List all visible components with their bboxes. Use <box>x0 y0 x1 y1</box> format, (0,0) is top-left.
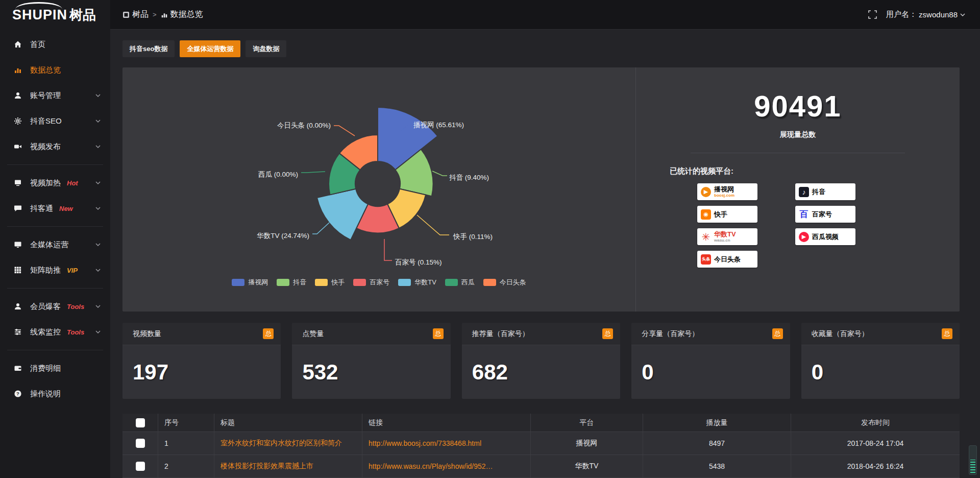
stat-card-value: 197 <box>133 360 168 385</box>
tab-douyin-seo-data[interactable]: 抖音seo数据 <box>122 40 175 57</box>
sidebar-item-线索监控[interactable]: 线索监控Tools <box>0 319 110 345</box>
pie-slice-华数TV[interactable] <box>317 189 368 240</box>
tab-inquiry-data[interactable]: 询盘数据 <box>246 40 286 57</box>
stat-card-推荐量（百家号）: 推荐量（百家号）总682 <box>462 323 620 399</box>
cell-views: 8497 <box>643 432 791 455</box>
user-menu[interactable]: 用户名： zswodun88 <box>886 10 966 19</box>
platform-badge-抖音[interactable]: ♪抖音 <box>795 183 855 200</box>
cell-platform: 华数TV <box>531 455 643 477</box>
platform-badge-播视网[interactable]: ▶播视网boosj.com <box>697 183 757 200</box>
stat-card-header: 视频数量总 <box>122 323 281 345</box>
pie-label-line-西瓜 <box>301 172 325 173</box>
sidebar-item-badge: Tools <box>67 303 84 310</box>
platform-badge-今日头条[interactable]: 头条今日头条 <box>697 251 757 268</box>
header-title: 标题 <box>214 414 362 432</box>
app-logo[interactable]: SHUPIN 树品 <box>0 0 110 30</box>
cell-index: 1 <box>158 432 214 455</box>
platform-badge-快手[interactable]: ◉快手 <box>697 206 757 223</box>
sidebar-item-抖音SEO[interactable]: 抖音SEO <box>0 108 110 134</box>
screen-icon <box>13 179 22 187</box>
legend-item-快手[interactable]: 快手 <box>315 278 345 287</box>
sidebar-item-视频发布[interactable]: 视频发布 <box>0 134 110 159</box>
header-platform: 平台 <box>531 414 643 432</box>
logo-text-en: SHUPIN <box>12 7 67 23</box>
home-icon <box>13 40 22 49</box>
platform-name: 华数TV <box>714 231 736 237</box>
row-checkbox-cell <box>122 455 158 477</box>
total-badge[interactable]: 总 <box>942 328 952 339</box>
header-index: 序号 <box>158 414 214 432</box>
sidebar-menu: 首页数据总览账号管理抖音SEO视频发布视频加热Hot抖客通New全媒体运营矩阵助… <box>0 30 110 407</box>
sidebar-item-label: 消费明细 <box>30 364 61 373</box>
sidebar-item-全媒体运营[interactable]: 全媒体运营 <box>0 232 110 257</box>
sidebar-item-label: 操作说明 <box>30 389 61 399</box>
legend-swatch <box>445 279 458 286</box>
legend-item-播视网[interactable]: 播视网 <box>232 278 268 287</box>
username-value: zswodun88 <box>919 10 958 19</box>
stat-card-title: 视频数量 <box>133 329 161 339</box>
sidebar-item-账号管理[interactable]: 账号管理 <box>0 83 110 108</box>
platform-badge-百家号[interactable]: 百百家号 <box>795 206 855 223</box>
total-badge[interactable]: 总 <box>263 328 274 339</box>
video-icon <box>13 142 22 151</box>
cell-title-link[interactable]: 室外水纹灯和室内水纹灯的区别和简介 <box>214 432 362 455</box>
sidebar-item-会员爆客[interactable]: 会员爆客Tools <box>0 294 110 319</box>
stat-card-body: 0 <box>801 345 960 399</box>
cell-title-link[interactable]: 楼体投影灯投影效果震撼上市 <box>214 455 362 477</box>
sidebar-item-操作说明[interactable]: ?操作说明 <box>0 381 110 407</box>
cell-url-link[interactable]: http://www.boosj.com/7338468.html <box>362 432 531 455</box>
breadcrumb-current[interactable]: 数据总览 <box>161 9 203 20</box>
platform-name: 今日头条 <box>714 256 741 262</box>
sidebar-item-矩阵助推[interactable]: 矩阵助推VIP <box>0 257 110 283</box>
data-tabs: 抖音seo数据 全媒体运营数据 询盘数据 <box>122 40 286 57</box>
chart-legend: 播视网抖音快手百家号华数TV西瓜今日头条 <box>122 278 635 287</box>
pie-label-快手: 快手 (0.11%) <box>453 233 493 241</box>
legend-label: 快手 <box>331 278 345 287</box>
sidebar-item-badge: VIP <box>67 267 78 274</box>
chevron-down-icon <box>95 205 101 211</box>
legend-item-华数TV[interactable]: 华数TV <box>398 278 436 287</box>
chevron-down-icon <box>95 267 101 273</box>
tab-omni-media-data[interactable]: 全媒体运营数据 <box>180 40 240 57</box>
sidebar-item-数据总览[interactable]: 数据总览 <box>0 57 110 83</box>
legend-item-百家号[interactable]: 百家号 <box>353 278 389 287</box>
sidebar-item-消费明细[interactable]: 消费明细 <box>0 355 110 381</box>
sidebar-item-抖客通[interactable]: 抖客通New <box>0 196 110 221</box>
row-checkbox[interactable] <box>136 462 145 471</box>
sidebar-divider <box>7 288 103 289</box>
cell-url-link[interactable]: http://www.wasu.cn/Play/show/id/952… <box>362 455 531 477</box>
stat-card-header: 点赞量总 <box>292 323 450 345</box>
edge-scroll-widget[interactable] <box>969 445 977 475</box>
legend-item-今日头条[interactable]: 今日头条 <box>483 278 526 287</box>
platform-badge-西瓜视频[interactable]: ▶西瓜视频 <box>795 228 855 245</box>
stat-card-title: 分享量（百家号） <box>642 329 699 339</box>
legend-item-西瓜[interactable]: 西瓜 <box>445 278 475 287</box>
sidebar-item-label: 矩阵助推 <box>30 266 61 275</box>
sidebar-item-label: 视频加热 <box>30 178 61 188</box>
member-icon <box>13 302 22 310</box>
cell-index: 2 <box>158 455 214 477</box>
stat-card-header: 推荐量（百家号）总 <box>462 323 620 345</box>
stat-card-分享量（百家号）: 分享量（百家号）总0 <box>631 323 790 399</box>
legend-swatch <box>398 279 411 286</box>
monitor-icon <box>13 241 22 249</box>
select-all-checkbox[interactable] <box>136 418 145 427</box>
total-impressions-value: 90491 <box>636 89 960 123</box>
row-checkbox[interactable] <box>136 439 145 448</box>
total-badge[interactable]: 总 <box>602 328 613 339</box>
legend-label: 西瓜 <box>461 278 475 287</box>
cell-views: 5438 <box>643 455 791 477</box>
legend-label: 百家号 <box>370 278 389 287</box>
breadcrumb-root[interactable]: 树品 <box>122 9 149 20</box>
sidebar-item-label: 全媒体运营 <box>30 240 68 250</box>
total-badge[interactable]: 总 <box>772 328 783 339</box>
sidebar-item-首页[interactable]: 首页 <box>0 32 110 57</box>
chevron-down-icon <box>95 144 101 150</box>
legend-swatch <box>232 279 244 286</box>
chevron-down-icon <box>95 118 101 124</box>
legend-item-抖音[interactable]: 抖音 <box>277 278 306 287</box>
fullscreen-icon[interactable] <box>868 10 877 19</box>
total-badge[interactable]: 总 <box>433 328 444 339</box>
platform-badge-华数TV[interactable]: ✳华数TVwasu.cn <box>697 228 757 245</box>
sidebar-item-视频加热[interactable]: 视频加热Hot <box>0 170 110 196</box>
